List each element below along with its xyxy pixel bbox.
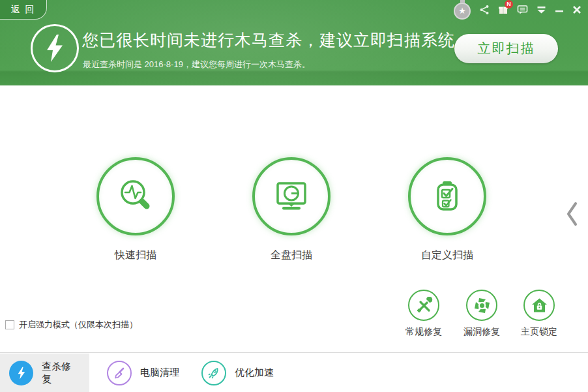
back-button-label: 返回	[11, 4, 40, 16]
tools-icon	[408, 290, 439, 321]
tab-pc-cleanup-label: 电脑清理	[140, 367, 179, 379]
brush-icon	[107, 361, 132, 385]
rocket-icon	[201, 361, 226, 385]
tab-optimize-speedup[interactable]: 优化加速	[192, 354, 287, 392]
pinwheel-icon	[466, 290, 497, 321]
strong-mode-label: 开启强力模式（仅限本次扫描）	[19, 319, 138, 331]
full-scan-icon	[252, 157, 331, 235]
strong-mode-checkbox[interactable]	[5, 320, 14, 329]
banner-subtitle: 最近查杀时间是 2016-8-19，建议您每周进行一次木马查杀。	[83, 59, 310, 70]
quick-scan-button[interactable]: 快速扫描	[96, 157, 175, 262]
scan-now-button[interactable]: 立即扫描	[454, 34, 558, 63]
titlebar-icons: ★ N	[454, 0, 581, 20]
homepage-lock-button[interactable]: 主页锁定	[513, 290, 565, 338]
tab-pc-cleanup[interactable]: 电脑清理	[98, 354, 192, 392]
homepage-lock-label: 主页锁定	[513, 326, 565, 338]
lightning-badge-icon	[31, 24, 79, 72]
custom-scan-label: 自定义扫描	[408, 249, 486, 262]
message-icon[interactable]	[517, 5, 528, 15]
minimize-icon[interactable]	[555, 5, 564, 14]
house-lock-icon	[523, 290, 555, 321]
banner-title: 您已很长时间未进行木马查杀，建议立即扫描系统	[82, 29, 455, 51]
header-banner: 返回 ★ N	[0, 0, 588, 85]
custom-scan-icon	[408, 157, 486, 235]
general-repair-button[interactable]: 常规修复	[398, 290, 450, 338]
notification-badge: N	[505, 0, 513, 8]
quick-scan-label: 快速扫描	[96, 249, 175, 262]
antivirus-scan-window: 返回 ★ N	[0, 0, 588, 392]
medal-star: ★	[458, 4, 466, 18]
vulnerability-repair-button[interactable]: 漏洞修复	[456, 290, 508, 338]
custom-scan-button[interactable]: 自定义扫描	[408, 157, 486, 262]
close-icon[interactable]	[572, 5, 581, 14]
lightning-tab-icon	[9, 361, 33, 385]
medal-icon[interactable]: ★	[454, 3, 471, 20]
general-repair-label: 常规修复	[398, 326, 450, 338]
back-button[interactable]: 返回	[0, 0, 47, 20]
quick-scan-icon	[96, 157, 175, 235]
tab-scan-repair[interactable]: 查杀修复	[0, 354, 89, 392]
strong-mode-checkbox-row[interactable]: 开启强力模式（仅限本次扫描）	[5, 319, 138, 331]
full-scan-label: 全盘扫描	[252, 249, 331, 262]
share-icon[interactable]	[479, 5, 490, 15]
collapse-panel-chevron[interactable]	[565, 200, 579, 228]
tab-optimize-speedup-label: 优化加速	[235, 367, 274, 379]
vulnerability-repair-label: 漏洞修复	[456, 326, 508, 338]
main-menu-icon[interactable]	[537, 5, 546, 14]
bottom-tab-bar: 查杀修复 电脑清理 优化加速	[0, 352, 588, 392]
gift-icon[interactable]: N	[498, 5, 508, 15]
tab-scan-repair-label: 查杀修复	[42, 361, 80, 385]
full-scan-button[interactable]: 全盘扫描	[252, 157, 331, 262]
